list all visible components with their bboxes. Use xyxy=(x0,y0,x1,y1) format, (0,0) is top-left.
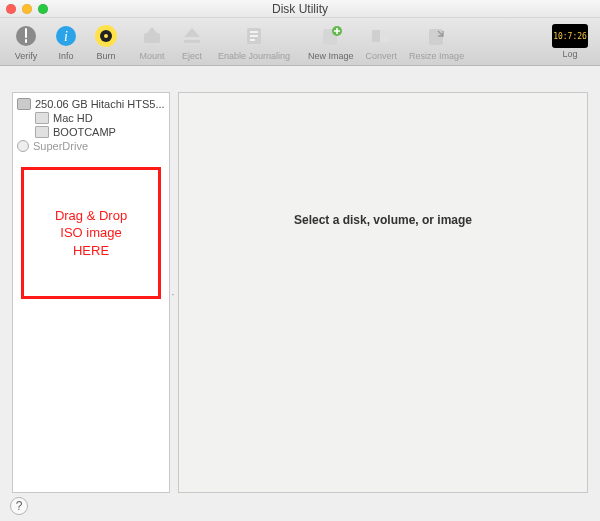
resize-image-label: Resize Image xyxy=(409,51,464,61)
splitter-handle[interactable]: · xyxy=(170,66,176,521)
svg-text:i: i xyxy=(64,29,68,44)
svg-rect-12 xyxy=(380,30,390,42)
svg-point-5 xyxy=(104,34,108,38)
resize-image-button[interactable]: Resize Image xyxy=(403,20,470,65)
burn-icon xyxy=(92,22,120,50)
mount-icon xyxy=(138,22,166,50)
volume-icon xyxy=(35,112,49,124)
iso-drop-zone[interactable]: Drag & Drop ISO image HERE xyxy=(21,167,161,299)
disk-label: 250.06 GB Hitachi HTS5... xyxy=(35,98,165,110)
volume-row[interactable]: BOOTCAMP xyxy=(15,125,167,139)
new-image-icon xyxy=(317,22,345,50)
log-button[interactable]: 10:7:26 Log xyxy=(546,20,594,65)
resize-image-icon xyxy=(423,22,451,50)
enable-journaling-button[interactable]: Enable Journaling xyxy=(212,20,296,65)
svg-rect-13 xyxy=(429,29,443,45)
mount-label: Mount xyxy=(139,51,164,61)
new-image-button[interactable]: New Image xyxy=(302,20,360,65)
enable-journaling-label: Enable Journaling xyxy=(218,51,290,61)
journaling-icon xyxy=(240,22,268,50)
new-image-label: New Image xyxy=(308,51,354,61)
info-label: Info xyxy=(58,51,73,61)
convert-icon xyxy=(367,22,395,50)
titlebar: Disk Utility xyxy=(0,0,600,18)
mount-button[interactable]: Mount xyxy=(132,20,172,65)
volume-label: Mac HD xyxy=(53,112,93,124)
superdrive-label: SuperDrive xyxy=(33,140,88,152)
placeholder-text: Select a disk, volume, or image xyxy=(294,213,472,227)
convert-button[interactable]: Convert xyxy=(360,20,404,65)
log-icon: 10:7:26 xyxy=(552,24,588,48)
help-icon: ? xyxy=(16,499,23,513)
convert-label: Convert xyxy=(366,51,398,61)
svg-rect-6 xyxy=(144,33,160,43)
help-button[interactable]: ? xyxy=(10,497,28,515)
eject-button[interactable]: Eject xyxy=(172,20,212,65)
burn-label: Burn xyxy=(96,51,115,61)
info-button[interactable]: i Info xyxy=(46,20,86,65)
eject-label: Eject xyxy=(182,51,202,61)
volume-label: BOOTCAMP xyxy=(53,126,116,138)
window-title: Disk Utility xyxy=(0,2,600,16)
burn-button[interactable]: Burn xyxy=(86,20,126,65)
toolbar: Verify i Info Burn Mount xyxy=(0,18,600,66)
log-label: Log xyxy=(562,49,577,59)
volume-icon xyxy=(35,126,49,138)
sidebar: 250.06 GB Hitachi HTS5... Mac HD BOOTCAM… xyxy=(12,92,170,493)
disk-row[interactable]: 250.06 GB Hitachi HTS5... xyxy=(15,97,167,111)
superdrive-row[interactable]: SuperDrive xyxy=(15,139,167,153)
info-icon: i xyxy=(52,22,80,50)
verify-label: Verify xyxy=(15,51,38,61)
main-pane: Select a disk, volume, or image xyxy=(178,92,588,493)
drop-zone-label: Drag & Drop ISO image HERE xyxy=(55,207,127,260)
verify-icon xyxy=(12,22,40,50)
svg-rect-7 xyxy=(184,40,200,43)
eject-icon xyxy=(178,22,206,50)
disk-icon xyxy=(17,98,31,110)
optical-drive-icon xyxy=(17,140,29,152)
volume-row[interactable]: Mac HD xyxy=(15,111,167,125)
verify-button[interactable]: Verify xyxy=(6,20,46,65)
device-tree: 250.06 GB Hitachi HTS5... Mac HD BOOTCAM… xyxy=(13,93,169,157)
